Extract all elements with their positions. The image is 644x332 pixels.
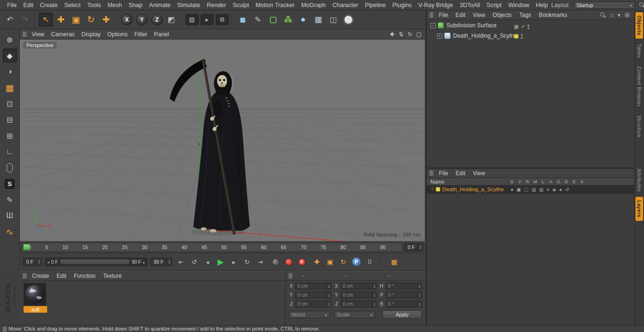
timeline-ruler[interactable]: 051015202530354045505560657075808590 [21, 243, 402, 252]
goto-end-button[interactable]: ⇥ [254, 256, 266, 267]
key-parameter-button[interactable]: P [350, 256, 363, 267]
rotation-field[interactable]: 0 ° [386, 292, 422, 299]
rotate-tool[interactable]: ↻ [84, 13, 98, 27]
om-menu-item[interactable]: View [469, 12, 489, 18]
pen-tool-button[interactable]: ✎ [251, 13, 265, 27]
light-button[interactable]: ⚪ [341, 13, 355, 27]
current-frame-spinner[interactable]: 0 F [23, 258, 42, 266]
menu-item[interactable]: 3DToAll [456, 2, 483, 8]
layout-select[interactable]: Startup [574, 1, 635, 9]
viewport-menu-item[interactable]: Cameras [48, 31, 78, 38]
deformers-toggle-icon[interactable]: ● [559, 187, 562, 192]
live-selection-tool[interactable]: ↖ [39, 13, 53, 27]
panel-grip-icon[interactable] [23, 273, 26, 278]
layer-column-header[interactable]: G [554, 179, 562, 184]
render-picture-viewer-button[interactable]: ▸ [200, 13, 214, 27]
key-position-icon[interactable]: ✚ [311, 256, 323, 267]
visibility-dots-icon[interactable] [528, 24, 529, 29]
render-view-button[interactable]: ▤ [185, 13, 199, 27]
side-tab[interactable]: Attributes [636, 165, 643, 195]
material-menu-item[interactable]: Create [28, 273, 53, 279]
om-menu-item[interactable]: Bookmarks [535, 12, 571, 18]
name-column-header[interactable]: Name [427, 179, 508, 185]
object-label[interactable]: Death_Holding_a_Scythe [453, 32, 517, 39]
side-tab[interactable]: Structure [636, 112, 643, 141]
range-right-arrow-icon[interactable] [143, 259, 145, 265]
layer-column-header[interactable]: R [523, 179, 531, 184]
generators-toggle-icon[interactable]: ◈ [553, 187, 556, 192]
menu-item[interactable]: Animate [146, 2, 174, 8]
stepper-icon[interactable] [372, 283, 376, 289]
layer-name[interactable]: Death_Holding_a_Scythe [442, 186, 504, 192]
spinner-arrows-icon[interactable] [418, 243, 423, 251]
polygons-mode-icon[interactable]: ⊞ [3, 129, 17, 143]
layer-column-header[interactable]: V [516, 179, 524, 184]
pan-view-icon[interactable]: ✚ [388, 30, 396, 38]
side-tab[interactable]: Content Browser [636, 63, 643, 110]
expressions-toggle-icon[interactable]: ↺ [565, 187, 569, 192]
size-field[interactable]: 0 cm [340, 292, 377, 299]
side-tab[interactable]: Takes [636, 40, 643, 61]
metaball-button[interactable]: ● [296, 13, 310, 27]
axis-handle[interactable] [198, 143, 200, 146]
rotation-field[interactable]: 0 ° [386, 300, 422, 308]
viewport-menu-item[interactable]: Filter [131, 31, 151, 38]
side-tab[interactable]: Objects [636, 12, 643, 39]
subdivision-surface-button[interactable]: ▢ [266, 13, 280, 27]
lock-x-axis-button[interactable]: X [120, 13, 134, 27]
layer-column-header[interactable]: M [531, 179, 539, 184]
lm-menu-item[interactable]: File [435, 170, 452, 177]
menu-item[interactable]: Plugins [389, 2, 415, 8]
menu-item[interactable]: Motion Tracker [252, 2, 298, 8]
collapse-icon[interactable]: − [430, 23, 436, 28]
stepper-icon[interactable] [327, 283, 331, 289]
material-name[interactable]: suit [24, 306, 47, 313]
om-menu-item[interactable]: Tags [516, 12, 535, 18]
stepper-icon[interactable] [372, 292, 376, 298]
zoom-view-icon[interactable]: ⇅ [397, 30, 405, 38]
add-cube-button[interactable]: ■ [236, 13, 250, 27]
lock-y-axis-button[interactable]: Y [135, 13, 149, 27]
play-button[interactable]: ▶ [215, 256, 227, 267]
menu-item[interactable]: Render [203, 2, 229, 8]
object-label[interactable]: Subdivision Surface [446, 22, 496, 29]
edges-mode-icon[interactable]: ⊟ [3, 113, 17, 127]
search-icon[interactable] [600, 12, 606, 18]
coord-column-header[interactable]: -- [337, 273, 380, 278]
render-settings-button[interactable]: ⚙ [215, 13, 229, 27]
layer-column-header[interactable]: L [539, 179, 547, 184]
visibility-dots-icon[interactable] [521, 34, 523, 39]
material-menu-item[interactable]: Function [70, 273, 99, 279]
menu-item[interactable]: Tools [84, 2, 104, 8]
camera-button[interactable]: ◫ [326, 13, 340, 27]
coord-mode-dropdown[interactable]: Scale [334, 311, 375, 318]
menu-item[interactable]: Script [483, 2, 505, 8]
play-backward-button[interactable]: ↺ [188, 256, 200, 267]
stepper-icon[interactable] [417, 292, 421, 298]
menu-item[interactable]: Create [37, 2, 61, 8]
camera-label[interactable]: Perspective [23, 42, 57, 49]
record-objects-button[interactable] [269, 256, 281, 267]
tree-row-subdivision-surface[interactable]: − Subdivision Surface [427, 21, 634, 30]
snap-toggle-icon[interactable]: S [3, 177, 17, 191]
om-menu-item[interactable]: Edit [452, 12, 469, 18]
end-frame-spinner[interactable]: 90 F [150, 258, 172, 266]
axis-mode-icon[interactable]: ∟ [3, 145, 17, 159]
keyframe-help-button[interactable]: ? [296, 256, 308, 267]
search-icon[interactable] [639, 2, 644, 8]
spinner-arrows-icon[interactable] [36, 258, 41, 266]
spring-tool-icon[interactable]: ∿ [3, 225, 17, 239]
workplane-mode-icon[interactable]: ▦ [3, 81, 17, 95]
range-bar[interactable] [60, 259, 130, 265]
layer-column-header[interactable]: A [547, 179, 555, 184]
toggle-view-icon[interactable]: ▢ [415, 30, 423, 38]
material-preview[interactable] [24, 283, 46, 306]
layer-color-icon[interactable] [514, 34, 519, 39]
coordinate-system-button[interactable]: ◩ [164, 13, 178, 27]
coord-space-dropdown[interactable]: World [289, 311, 330, 318]
autokey-button[interactable] [282, 256, 295, 267]
tweak-mode-icon[interactable] [3, 161, 17, 175]
manager-toggle-icon[interactable]: ▤ [531, 187, 536, 192]
layer-row[interactable]: └ Death_Holding_a_Scythe ●▣▢▤▥≡◈●↺ [427, 186, 634, 194]
material-menu-item[interactable]: Texture [99, 273, 125, 279]
